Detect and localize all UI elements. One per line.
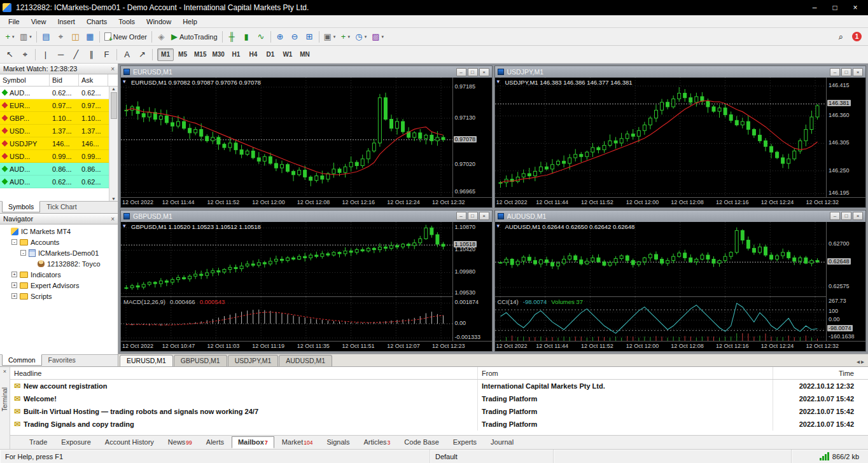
menu-view[interactable]: View — [25, 17, 52, 27]
indicators-button[interactable]: +▾ — [338, 30, 353, 44]
chart-restore-button[interactable]: □ — [468, 212, 478, 220]
terminal-close-icon[interactable]: × — [3, 368, 6, 375]
timeframe-h4[interactable]: H4 — [245, 48, 262, 61]
chart-titlebar-audusd[interactable]: AUDUSD,M1–□× — [495, 211, 866, 222]
expand-icon[interactable]: + — [11, 272, 17, 277]
terminal-tab-account-history[interactable]: Account History — [99, 436, 160, 448]
terminal-tab-market[interactable]: Market104 — [276, 436, 319, 448]
fibonacci-button[interactable]: F — [99, 48, 114, 62]
one-click-trading-icon[interactable]: ▾ — [497, 223, 500, 229]
terminal-tab-code-base[interactable]: Code Base — [398, 436, 445, 448]
collapse-icon[interactable]: - — [11, 239, 17, 245]
maximize-button[interactable]: □ — [825, 1, 845, 14]
navigator-close-icon[interactable]: × — [111, 216, 115, 223]
chart-titlebar-eurusd[interactable]: EURUSD,M1–□× — [121, 66, 492, 78]
terminal-tab-signals[interactable]: Signals — [320, 436, 356, 448]
crosshair-button[interactable]: ⌖ — [18, 48, 32, 62]
terminal-tab-news[interactable]: News99 — [162, 436, 199, 448]
mail-row-welcome[interactable]: ✉Welcome!Trading Platform2022.10.07 15:4… — [10, 392, 868, 405]
tree-item-ic-markets-mt4[interactable]: IC Markets MT4 — [0, 226, 118, 237]
market-watch-row-usd[interactable]: USD...1.37...1.37... — [0, 125, 109, 137]
mail-row-new-account-registration[interactable]: ✉New account registrationInternational C… — [10, 380, 868, 392]
market-watch-row-eur[interactable]: EUR...0.97...0.97... — [0, 99, 109, 112]
tab-symbols[interactable]: Symbols — [2, 201, 40, 212]
scroll-right-icon[interactable]: ▸ — [861, 358, 864, 365]
timeframe-m15[interactable]: M15 — [192, 48, 209, 61]
terminal-tab-articles[interactable]: Articles3 — [358, 436, 397, 448]
expand-icon[interactable]: + — [11, 293, 17, 299]
one-click-trading-icon[interactable]: ▾ — [497, 78, 500, 85]
chart-close-button[interactable]: × — [853, 212, 863, 220]
chart-close-button[interactable]: × — [853, 68, 863, 76]
market-watch-row-aud[interactable]: AUD...0.86...0.86... — [0, 163, 109, 176]
chart-tab-eurusd-m1[interactable]: EURUSD,M1 — [120, 355, 173, 366]
terminal-tab-journal[interactable]: Journal — [484, 436, 520, 448]
profiles-button[interactable]: ▥▾ — [17, 30, 34, 44]
chart-restore-button[interactable]: □ — [841, 212, 851, 220]
timeframe-m30[interactable]: M30 — [209, 48, 227, 61]
chart-minimize-button[interactable]: – — [830, 68, 840, 76]
tree-item-scripts[interactable]: +Scripts — [0, 291, 118, 301]
chart-close-button[interactable]: × — [479, 212, 489, 220]
terminal-tab-exposure[interactable]: Exposure — [55, 436, 97, 448]
cursor-button[interactable]: ↖ — [3, 48, 17, 62]
chart-plot-usdjpy[interactable]: 146.415146.381146.360146.305146.250146.1… — [495, 78, 866, 207]
equidistant-channel-button[interactable]: ∥ — [84, 48, 99, 62]
collapse-icon[interactable]: - — [20, 250, 26, 256]
tree-item-accounts[interactable]: -Accounts — [0, 237, 118, 247]
expand-icon[interactable]: + — [11, 282, 17, 288]
chart-titlebar-gbpusd[interactable]: GBPUSD,M1–□× — [121, 211, 492, 222]
close-button[interactable]: × — [845, 1, 865, 14]
market-watch-row-aud[interactable]: AUD...0.62...0.62... — [0, 86, 109, 99]
chart-minimize-button[interactable]: – — [830, 212, 840, 220]
chart-plot-gbpusd[interactable]: MACD(12,26,9)0.0004660.0005431.108701.10… — [121, 222, 492, 352]
tab-common[interactable]: Common — [2, 354, 42, 366]
candlestick-chart-button[interactable]: ▮ — [239, 30, 254, 44]
templates-button[interactable]: ▨▾ — [369, 30, 386, 44]
market-watch-scrollbar[interactable]: ▲ ▼ — [109, 86, 118, 201]
chart-tab-audusd-m1[interactable]: AUDUSD,M1 — [279, 355, 332, 366]
scroll-thumb[interactable] — [111, 92, 117, 119]
market-watch-button[interactable]: ▤ — [39, 30, 53, 44]
tab-tick-chart[interactable]: Tick Chart — [40, 202, 83, 212]
text-label-button[interactable]: A — [120, 48, 134, 62]
scroll-left-icon[interactable]: ◂ — [857, 358, 860, 365]
status-profile[interactable]: Default — [430, 450, 554, 463]
tab-favorites[interactable]: Favorites — [42, 355, 82, 366]
menu-insert[interactable]: Insert — [52, 17, 81, 27]
timeframe-d1[interactable]: D1 — [262, 48, 279, 61]
market-watch-row-usdjpy[interactable]: USDJPY146...146... — [0, 137, 109, 150]
chart-titlebar-usdjpy[interactable]: USDJPY,M1–□× — [495, 66, 866, 78]
tree-item-expert-advisors[interactable]: +Expert Advisors — [0, 280, 118, 291]
one-click-trading-icon[interactable]: ▾ — [123, 78, 126, 85]
chart-tab-gbpusd-m1[interactable]: GBPUSD,M1 — [174, 355, 227, 366]
tree-item-12132882-toyco[interactable]: 12132882: Toyco — [0, 258, 118, 269]
menu-tools[interactable]: Tools — [113, 17, 141, 27]
chart-restore-button[interactable]: □ — [468, 68, 478, 76]
tree-item-icmarkets-demo01[interactable]: -ICMarkets-Demo01 — [0, 247, 118, 258]
chart-restore-button[interactable]: □ — [841, 68, 851, 76]
vertical-line-button[interactable]: | — [38, 48, 53, 62]
timeframe-w1[interactable]: W1 — [279, 48, 296, 61]
chart-minimize-button[interactable]: – — [456, 68, 466, 76]
scroll-down-icon[interactable]: ▼ — [111, 197, 116, 201]
arrows-tool-button[interactable]: ↗ — [135, 48, 150, 62]
data-window-button[interactable]: ⌖ — [53, 30, 68, 44]
horizontal-line-button[interactable]: ─ — [53, 48, 68, 62]
menu-file[interactable]: File — [3, 17, 25, 27]
chart-plot-audusd[interactable]: CCI(14)-98.0074Volumes 370.627000.626480… — [495, 222, 866, 352]
market-watch-row-aud[interactable]: AUD...0.62...0.62... — [0, 176, 109, 188]
menu-window[interactable]: Window — [141, 17, 177, 27]
chart-minimize-button[interactable]: – — [456, 212, 466, 220]
mail-row-trading-signals-and-copy-tradi[interactable]: ✉Trading Signals and copy tradingTrading… — [10, 418, 868, 431]
line-chart-button[interactable]: ∿ — [254, 30, 269, 44]
auto-arrange-button[interactable]: ▣▾ — [321, 30, 339, 44]
new-order-button[interactable]: New Order — [102, 30, 150, 44]
market-watch-close-icon[interactable]: × — [111, 66, 115, 73]
tree-item-indicators[interactable]: +Indicators — [0, 269, 118, 280]
timeframe-mn[interactable]: MN — [297, 48, 313, 61]
timeframe-h1[interactable]: H1 — [228, 48, 244, 61]
terminal-tab-alerts[interactable]: Alerts — [200, 436, 230, 448]
autotrading-button[interactable]: ▶AutoTrading — [169, 30, 220, 44]
menu-charts[interactable]: Charts — [81, 17, 113, 27]
